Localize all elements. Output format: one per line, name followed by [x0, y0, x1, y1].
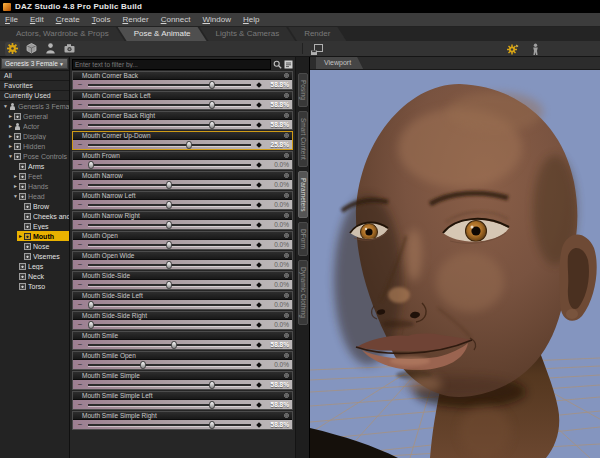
slider-increment-icon[interactable]	[256, 182, 262, 188]
param-slider[interactable]: –58.8%	[73, 400, 292, 409]
param-slider[interactable]: –0.0%	[73, 240, 292, 249]
slider-increment-icon[interactable]	[256, 422, 262, 428]
menu-tools[interactable]: Tools	[92, 15, 111, 24]
slider-track[interactable]	[88, 424, 251, 426]
slider-thumb[interactable]	[88, 301, 94, 309]
tree-item-mouth[interactable]: ►Mouth	[0, 231, 69, 241]
slider-track[interactable]	[88, 384, 251, 386]
tree-item-general[interactable]: ►General	[0, 111, 69, 121]
param-gear-icon[interactable]	[284, 393, 289, 398]
expand-arrow-icon[interactable]: ►	[7, 141, 14, 151]
tree-item-favorites[interactable]: Favorites	[0, 81, 69, 91]
expand-arrow-icon[interactable]: ►	[7, 121, 14, 131]
tree-item-neck[interactable]: Neck	[0, 271, 69, 281]
slider-decrement-icon[interactable]: –	[78, 300, 82, 307]
param-value[interactable]: 58.8%	[263, 341, 289, 348]
slider-decrement-icon[interactable]: –	[78, 360, 82, 367]
param-value[interactable]: 0.0%	[263, 301, 289, 308]
param-gear-icon[interactable]	[284, 73, 289, 78]
menu-edit[interactable]: Edit	[30, 15, 44, 24]
slider-track[interactable]	[88, 304, 251, 306]
param-value[interactable]: 58.8%	[263, 121, 289, 128]
slider-thumb[interactable]	[209, 101, 215, 109]
tree-item-feet[interactable]: ►Feet	[0, 171, 69, 181]
tree-item-nose[interactable]: Nose	[0, 241, 69, 251]
tree-item-hidden[interactable]: ►Hidden	[0, 141, 69, 151]
param-value[interactable]: 0.0%	[263, 321, 289, 328]
tree-item-hands[interactable]: ►Hands	[0, 181, 69, 191]
param-gear-icon[interactable]	[284, 133, 289, 138]
tree-item-eyes[interactable]: Eyes	[0, 221, 69, 231]
expand-arrow-icon[interactable]: ►	[7, 131, 14, 141]
collapse-arrow-icon[interactable]: ▼	[7, 151, 14, 161]
param-gear-icon[interactable]	[284, 93, 289, 98]
slider-thumb[interactable]	[209, 401, 215, 409]
collapse-arrow-icon[interactable]: ▼	[2, 101, 9, 111]
param-value[interactable]: 0.0%	[263, 161, 289, 168]
slider-thumb[interactable]	[209, 421, 215, 429]
slider-increment-icon[interactable]	[256, 302, 262, 308]
param-slider[interactable]: –0.0%	[73, 180, 292, 189]
search-icon[interactable]	[273, 60, 282, 69]
slider-decrement-icon[interactable]: –	[78, 340, 82, 347]
param-slider[interactable]: –58.8%	[73, 340, 292, 349]
slider-decrement-icon[interactable]: –	[78, 280, 82, 287]
collapse-arrow-icon[interactable]: ▼	[12, 191, 19, 201]
param-value[interactable]: 0.0%	[263, 261, 289, 268]
param-gear-icon[interactable]	[284, 193, 289, 198]
param-slider[interactable]: –0.0%	[73, 160, 292, 169]
expand-arrow-icon[interactable]: ►	[7, 111, 14, 121]
slider-track[interactable]	[88, 244, 251, 246]
param-value[interactable]: 58.8%	[263, 381, 289, 388]
param-gear-icon[interactable]	[284, 173, 289, 178]
slider-decrement-icon[interactable]: –	[78, 160, 82, 167]
expand-arrow-icon[interactable]: ►	[12, 181, 19, 191]
slider-thumb[interactable]	[209, 121, 215, 129]
slider-decrement-icon[interactable]: –	[78, 320, 82, 327]
tree-item-genesis-3-female[interactable]: ▼Genesis 3 Female	[0, 101, 69, 111]
save-frame-icon[interactable]	[309, 42, 324, 56]
slider-decrement-icon[interactable]: –	[78, 100, 82, 107]
slider-increment-icon[interactable]	[256, 402, 262, 408]
param-value[interactable]: 0.0%	[263, 281, 289, 288]
param-slider[interactable]: –0.0%	[73, 300, 292, 309]
param-value[interactable]: 0.0%	[263, 361, 289, 368]
side-tab-parameters[interactable]: Parameters	[298, 171, 308, 219]
slider-thumb[interactable]	[186, 141, 192, 149]
viewport-tab[interactable]: Viewport	[316, 57, 363, 69]
scene-gear-icon[interactable]	[505, 42, 520, 56]
slider-thumb[interactable]	[166, 281, 172, 289]
slider-track[interactable]	[88, 104, 251, 106]
slider-thumb[interactable]	[209, 81, 215, 89]
slider-increment-icon[interactable]	[256, 122, 262, 128]
param-slider[interactable]: –58.8%	[73, 120, 292, 129]
tree-item-visemes[interactable]: Visemes	[0, 251, 69, 261]
slider-thumb[interactable]	[209, 381, 215, 389]
param-gear-icon[interactable]	[284, 213, 289, 218]
slider-track[interactable]	[88, 224, 251, 226]
tab-actors-wardrobe-props[interactable]: Actors, Wardrobe & Props	[0, 27, 125, 41]
param-gear-icon[interactable]	[284, 233, 289, 238]
title-bar[interactable]: DAZ Studio 4.8 Pro Public Build	[0, 0, 600, 13]
slider-track[interactable]	[88, 344, 251, 346]
slider-increment-icon[interactable]	[256, 262, 262, 268]
param-slider[interactable]: –0.0%	[73, 200, 292, 209]
slider-track[interactable]	[88, 284, 251, 286]
slider-thumb[interactable]	[166, 221, 172, 229]
tree-item-display[interactable]: ►Display	[0, 131, 69, 141]
slider-decrement-icon[interactable]: –	[78, 180, 82, 187]
expand-arrow-icon[interactable]: ►	[12, 171, 19, 181]
param-gear-icon[interactable]	[284, 253, 289, 258]
slider-increment-icon[interactable]	[256, 202, 262, 208]
param-slider[interactable]: –58.8%	[73, 420, 292, 429]
tree-item-currently-used[interactable]: Currently Used	[0, 91, 69, 101]
slider-decrement-icon[interactable]: –	[78, 260, 82, 267]
slider-decrement-icon[interactable]: –	[78, 380, 82, 387]
param-value[interactable]: 58.8%	[263, 421, 289, 428]
side-tab-posing[interactable]: Posing	[298, 73, 308, 107]
menu-file[interactable]: File	[5, 15, 18, 24]
slider-increment-icon[interactable]	[256, 242, 262, 248]
tab-render[interactable]: Render	[288, 27, 346, 41]
tree-item-cheeks-and[interactable]: Cheeks and...	[0, 211, 69, 221]
tree-item-all[interactable]: All	[0, 71, 69, 81]
